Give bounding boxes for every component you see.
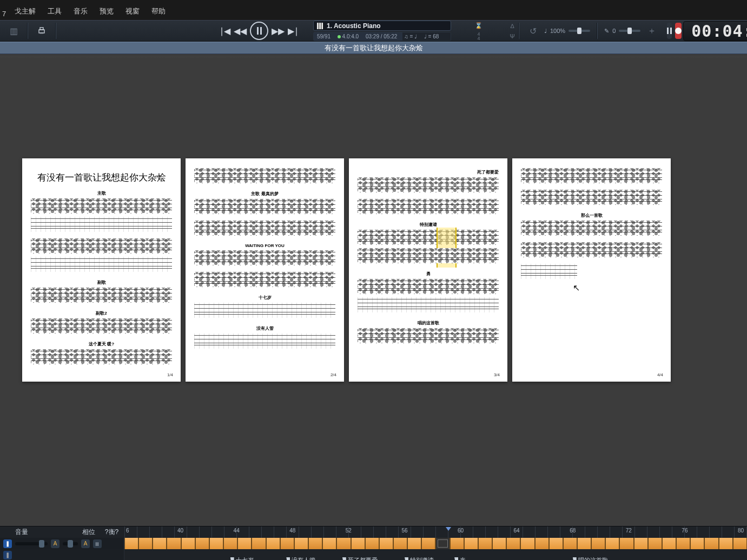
clip-lane[interactable] [124,538,747,549]
audio-clip[interactable] [648,538,662,549]
audio-clip[interactable] [690,538,704,549]
audio-clip[interactable] [280,538,294,549]
audio-clip[interactable] [535,538,549,549]
score-page[interactable]: 有没有一首歌让我想起你大杂烩 主歌 副歌 副歌2 这个夏天 暖? 1/4 [22,158,181,382]
audio-clip[interactable] [450,538,464,549]
audio-clip[interactable] [563,538,577,549]
audio-clip[interactable] [181,538,195,549]
channel-strip[interactable]: ❚ [0,549,124,560]
play-pause-button[interactable] [250,22,268,40]
audio-clip[interactable] [591,538,605,549]
menu-help[interactable]: 帮助 [146,5,171,18]
zoom-slider[interactable]: ♩ 100% [542,25,592,37]
audio-clip[interactable] [549,538,563,549]
menu-tools[interactable]: 工具 [42,5,68,18]
print-button[interactable] [34,23,50,39]
audio-clip[interactable] [351,538,365,549]
section-marker[interactable]: 来 [454,556,466,561]
audio-clip[interactable] [478,538,492,549]
tune-knob[interactable] [627,28,632,34]
audio-clip[interactable] [336,538,351,549]
section-marker[interactable]: 十七岁 [230,556,254,561]
audio-clip[interactable] [634,538,648,549]
audio-clip[interactable] [506,538,520,549]
menu-annotation[interactable]: 戈主解 [9,5,42,18]
audio-clip[interactable] [153,538,167,549]
menu-sound[interactable]: 音乐 [68,5,94,18]
audio-clip[interactable] [605,538,619,549]
audio-clip[interactable] [719,538,733,549]
record-button[interactable] [675,23,682,39]
section-marker[interactable]: 没有人管 [286,556,315,561]
audio-clip[interactable] [308,538,322,549]
audio-clip[interactable] [195,538,209,549]
playhead-marker[interactable] [446,527,451,531]
audio-clip[interactable] [379,538,393,549]
tuning-fork-icon[interactable]: Ψ [507,31,517,41]
score-page[interactable]: 死了都要爱 特别邀请 勇 唱的这首歌 3/4 [349,158,507,382]
time-sig-icon[interactable]: 44 [474,31,484,41]
audio-clip[interactable] [124,538,138,549]
score-page[interactable]: 主歌 最真的梦 WAITING FOR YOU 十七岁 没有人管 2/4 [186,158,344,382]
audio-clip[interactable] [577,538,591,549]
audio-clip[interactable] [662,538,676,549]
audio-clip[interactable] [393,538,407,549]
menu-view[interactable]: 预览 [94,5,120,18]
track-status-bar[interactable]: 59/91 4.0:4.0 03:29 / 05:22 ♫ = ♩ ♩ = 68 [313,32,451,41]
pause-button[interactable] [667,23,672,39]
section-marker[interactable]: 死了都要爱 [342,556,378,561]
loop-button[interactable]: ↺ [525,23,541,39]
timer-icon[interactable]: ⌛ [474,21,484,31]
menu-window[interactable]: 视窗 [120,5,146,18]
audio-clip[interactable] [407,538,421,549]
section-marker[interactable]: 特别邀请 [405,556,434,561]
page-number: 3/4 [494,372,500,377]
audio-clip[interactable] [365,538,379,549]
audio-clip[interactable] [294,538,308,549]
audio-clip[interactable] [138,538,153,549]
go-end-button[interactable]: ▶∣ [287,23,300,39]
zoom-knob[interactable] [577,28,581,34]
score-page[interactable]: 那么一首歌 4/4 ↖ [512,158,671,382]
metronome-icon[interactable]: ∆ [507,21,517,31]
eq-button[interactable]: ⫼ [93,539,102,548]
add-button[interactable]: ＋ [644,23,660,39]
bar-ruler[interactable]: 6 40 44 48 52 56 60 64 68 72 76 80 [124,526,747,538]
mute-button[interactable]: A [51,539,60,548]
audio-clip[interactable] [421,538,435,549]
tune-slider[interactable]: ✎ 0 [602,25,643,37]
audio-clip-playing[interactable] [435,538,449,549]
go-start-button[interactable]: ∣◀ [219,23,232,39]
audio-clip[interactable] [223,538,237,549]
channel-expand-icon[interactable]: ❚ [3,539,12,548]
zoom-track[interactable] [568,30,590,32]
section-caption: 十七岁 [194,294,335,302]
audio-clip[interactable] [704,538,718,549]
audio-clip[interactable] [237,538,252,549]
section-marker[interactable]: 唱的这首歌 [573,556,608,561]
pan-slider[interactable] [63,542,78,545]
audio-clip[interactable] [619,538,633,549]
score-canvas[interactable]: 有没有一首歌让我想起你大杂烩 主歌 副歌 副歌2 这个夏天 暖? 1/4 主歌 … [0,54,747,526]
audio-clip[interactable] [252,538,266,549]
audio-clip[interactable] [733,538,747,549]
rewind-button[interactable]: ◀◀ [234,23,247,39]
audio-clip[interactable] [266,538,280,549]
fast-forward-button[interactable]: ▶▶ [272,23,285,39]
channel-expand-icon[interactable]: ❚ [3,551,12,559]
solo-button[interactable]: A [81,539,90,548]
audio-clip[interactable] [167,538,181,549]
audio-clip[interactable] [520,538,534,549]
tune-track[interactable] [619,30,640,32]
audio-clip[interactable] [209,538,223,549]
audio-clip[interactable] [322,538,336,549]
audio-clip[interactable] [676,538,690,549]
track-header[interactable]: 1. Acoustic Piano [313,21,451,31]
volume-slider[interactable] [15,542,48,545]
audio-clip[interactable] [464,538,478,549]
document-title-bar: 有没有一首歌让我想起你大杂烩 [0,42,747,54]
panel-toggle-icon[interactable]: ▥ [5,23,22,39]
marker-label: 来 [460,557,466,561]
channel-strip[interactable]: ❚ A A ⫼ [0,538,124,549]
audio-clip[interactable] [492,538,506,549]
